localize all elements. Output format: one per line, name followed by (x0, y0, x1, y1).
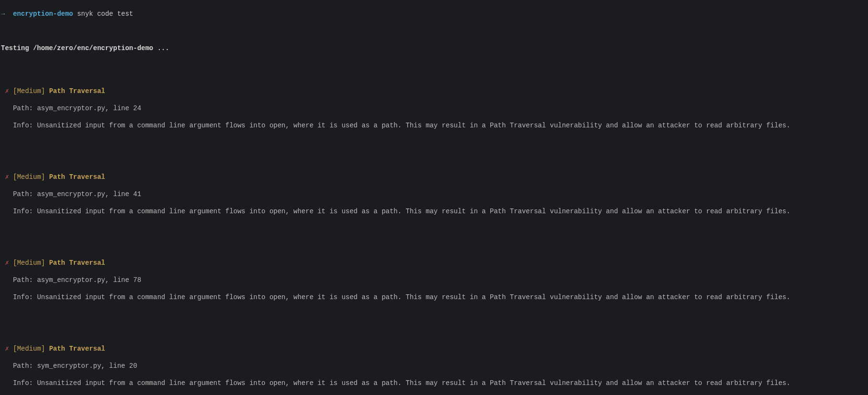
testing-line: Testing /home/zero/enc/encryption-demo .… (1, 44, 867, 52)
vulnerability-title: Path Traversal (49, 259, 105, 267)
fail-icon: ✗ (5, 259, 9, 267)
issue-info: Info: Unsanitized input from a command l… (1, 207, 867, 216)
issue-info: Info: Unsanitized input from a command l… (1, 121, 867, 130)
severity-badge: [Medium] (13, 345, 45, 353)
severity-badge: [Medium] (13, 173, 45, 181)
issue-block: ✗ [Medium] Path Traversal Path: asym_enc… (1, 78, 867, 138)
issue-path: Path: sym_encryptor.py, line 20 (1, 362, 867, 370)
severity-badge: [Medium] (13, 259, 45, 267)
severity-badge: [Medium] (13, 87, 45, 95)
prompt-line[interactable]: → encryption-demo snyk code test (1, 10, 867, 18)
prompt-arrow-icon: → (1, 10, 5, 18)
issue-path: Path: asym_encryptor.py, line 41 (1, 190, 867, 198)
vulnerability-title: Path Traversal (49, 173, 105, 181)
issue-block: ✗ [Medium] Path Traversal Path: sym_encr… (1, 336, 867, 395)
issue-info: Info: Unsanitized input from a command l… (1, 379, 867, 387)
issue-path: Path: asym_encryptor.py, line 24 (1, 104, 867, 113)
issue-info: Info: Unsanitized input from a command l… (1, 293, 867, 301)
prompt-directory: encryption-demo (13, 10, 73, 18)
issue-block: ✗ [Medium] Path Traversal Path: asym_enc… (1, 250, 867, 310)
vulnerability-title: Path Traversal (49, 345, 105, 353)
fail-icon: ✗ (5, 345, 9, 353)
issue-path: Path: asym_encryptor.py, line 78 (1, 276, 867, 284)
fail-icon: ✗ (5, 87, 9, 95)
issue-block: ✗ [Medium] Path Traversal Path: asym_enc… (1, 164, 867, 224)
fail-icon: ✗ (5, 173, 9, 181)
terminal-output: → encryption-demo snyk code test Testing… (0, 0, 868, 395)
vulnerability-title: Path Traversal (49, 87, 105, 95)
command-text: snyk code test (77, 10, 134, 18)
